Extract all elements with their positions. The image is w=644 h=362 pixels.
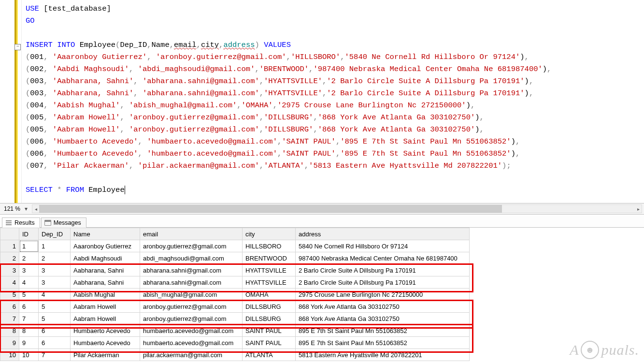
scroll-thumb[interactable]	[39, 205, 502, 213]
cell[interactable]: OMAHA	[243, 289, 296, 301]
cell[interactable]: Aabdi Maghsoudi	[71, 252, 140, 264]
cell[interactable]: pilar.ackaerman@gmail.com	[140, 349, 243, 361]
table-row[interactable]: 886Humbaerto Acevedohumbaerto.acevedo@gm…	[0, 325, 470, 337]
col-header-Name[interactable]: Name	[71, 228, 140, 240]
table-row[interactable]: 111Aaaronboy Gutierrezaronboy.gutierrez@…	[0, 240, 470, 252]
cell[interactable]: 8	[19, 325, 39, 337]
cell[interactable]: 2	[39, 252, 71, 264]
cell[interactable]: BRENTWOOD	[243, 252, 296, 264]
cell[interactable]: aronboy.gutierrez@gmail.com	[140, 313, 243, 325]
col-header-address[interactable]: address	[296, 228, 470, 240]
cell[interactable]: 3	[39, 264, 71, 276]
cell[interactable]: 868 York Ave Atlanta Ga 303102750	[296, 301, 470, 313]
cell[interactable]: 4	[39, 289, 71, 301]
cell[interactable]: DILLSBURG	[243, 313, 296, 325]
cell[interactable]: 7	[19, 313, 39, 325]
results-grid[interactable]: IDDep_IDNameemailcityaddress 111Aaaronbo…	[0, 228, 470, 361]
row-number[interactable]: 5	[0, 289, 19, 301]
horizontal-scrollbar[interactable]: ◂ ▸	[32, 204, 642, 213]
cell[interactable]: abharana.sahni@gmail.com	[140, 276, 243, 289]
cell[interactable]: 2 Barlo Circle Suite A Dillsburg Pa 1701…	[296, 276, 470, 289]
message-icon	[44, 219, 51, 226]
col-header-email[interactable]: email	[140, 228, 243, 240]
row-number[interactable]: 3	[0, 264, 19, 276]
cell[interactable]: Aabharana, Sahni	[71, 276, 140, 289]
row-number[interactable]: 10	[0, 349, 19, 361]
cell[interactable]: aronboy.gutierrez@gmail.com	[140, 240, 243, 252]
table-row[interactable]: 775Aabram Howellaronboy.gutierrez@gmail.…	[0, 313, 470, 325]
cell[interactable]: Humbaerto Acevedo	[71, 325, 140, 337]
table-row[interactable]: 222Aabdi Maghsoudiabdi_maghsoudi@gmail.c…	[0, 252, 470, 264]
cell[interactable]: 6	[39, 337, 71, 349]
cell[interactable]: SAINT PAUL	[243, 325, 296, 337]
row-number[interactable]: 6	[0, 301, 19, 313]
tab-messages[interactable]: Messages	[41, 217, 86, 228]
row-header-corner[interactable]	[0, 228, 19, 240]
scroll-right-icon[interactable]: ▸	[635, 205, 642, 213]
cell[interactable]: abharana.sahni@gmail.com	[140, 264, 243, 276]
cell[interactable]: HYATTSVILLE	[243, 264, 296, 276]
table-row[interactable]: 443Aabharana, Sahniabharana.sahni@gmail.…	[0, 276, 470, 289]
cell[interactable]: 2 Barlo Circle Suite A Dillsburg Pa 1701…	[296, 264, 470, 276]
cell[interactable]: aronboy.gutierrez@gmail.com	[140, 301, 243, 313]
cell[interactable]: abdi_maghsoudi@gmail.com	[140, 252, 243, 264]
cell[interactable]: 895 E 7th St Saint Paul Mn 551063852	[296, 325, 470, 337]
cell[interactable]: SAINT PAUL	[243, 337, 296, 349]
results-tabs: Results Messages	[0, 215, 644, 228]
cell[interactable]: Pilar Ackaerman	[71, 349, 140, 361]
cell[interactable]: 6	[39, 325, 71, 337]
cell[interactable]: 3	[19, 264, 39, 276]
table-row[interactable]: 10107Pilar Ackaermanpilar.ackaerman@gmai…	[0, 349, 470, 361]
row-number[interactable]: 7	[0, 313, 19, 325]
cell[interactable]: Aaaronboy Gutierrez	[71, 240, 140, 252]
table-row[interactable]: 996Humbaerto Acevedohumbaerto.acevedo@gm…	[0, 337, 470, 349]
table-row[interactable]: 665Aabram Howellaronboy.gutierrez@gmail.…	[0, 301, 470, 313]
cell[interactable]: Aabram Howell	[71, 301, 140, 313]
row-number[interactable]: 1	[0, 240, 19, 252]
cell[interactable]: 895 E 7th St Saint Paul Mn 551063852	[296, 337, 470, 349]
cell[interactable]: 2975 Crouse Lane Burlington Nc 272150000	[296, 289, 470, 301]
row-number[interactable]: 2	[0, 252, 19, 264]
scroll-left-icon[interactable]: ◂	[32, 205, 39, 213]
cell[interactable]: 5840 Ne Cornell Rd Hillsboro Or 97124	[296, 240, 470, 252]
selected-cell[interactable]: 1	[19, 240, 39, 252]
row-number[interactable]: 4	[0, 276, 19, 289]
cell[interactable]: 5813 Eastern Ave Hyattsville Md 20782220…	[296, 349, 470, 361]
cell[interactable]: 3	[39, 276, 71, 289]
cell[interactable]: 10	[19, 349, 39, 361]
cell[interactable]: 1	[39, 240, 71, 252]
cell[interactable]: 9	[19, 337, 39, 349]
cell[interactable]: DILLSBURG	[243, 301, 296, 313]
cell[interactable]: 5	[39, 313, 71, 325]
cell[interactable]: Aabram Howell	[71, 313, 140, 325]
cell[interactable]: 2	[19, 252, 39, 264]
cell[interactable]: HYATTSVILLE	[243, 276, 296, 289]
cell[interactable]: 7	[39, 349, 71, 361]
table-row[interactable]: 554Aabish Mughalabish_mughal@gmail.comOM…	[0, 289, 470, 301]
cell[interactable]: humbaerto.acevedo@gmail.com	[140, 337, 243, 349]
cell[interactable]: 868 York Ave Atlanta Ga 303102750	[296, 313, 470, 325]
row-number[interactable]: 9	[0, 337, 19, 349]
cell[interactable]: 5	[39, 301, 71, 313]
cell[interactable]: humbaerto.acevedo@gmail.com	[140, 325, 243, 337]
cell[interactable]: HILLSBORO	[243, 240, 296, 252]
cell[interactable]: Aabish Mughal	[71, 289, 140, 301]
cell[interactable]: 5	[19, 289, 39, 301]
col-header-city[interactable]: city	[243, 228, 296, 240]
tab-results[interactable]: Results	[2, 217, 40, 228]
cell[interactable]: ATLANTA	[243, 349, 296, 361]
cell[interactable]: Aabharana, Sahni	[71, 264, 140, 276]
cell[interactable]: 987400 Nebraska Medical Center Omaha Ne …	[296, 252, 470, 264]
cell[interactable]: abish_mughal@gmail.com	[140, 289, 243, 301]
sql-editor-pane[interactable]: − USE [test_database] GO INSERT INTO Emp…	[0, 0, 644, 203]
zoom-dropdown-icon[interactable]: ▾	[22, 205, 30, 212]
sql-code-area[interactable]: USE [test_database] GO INSERT INTO Emplo…	[22, 0, 644, 203]
col-header-ID[interactable]: ID	[19, 228, 39, 240]
cell[interactable]: Humbaerto Acevedo	[71, 337, 140, 349]
table-row[interactable]: 333Aabharana, Sahniabharana.sahni@gmail.…	[0, 264, 470, 276]
row-number[interactable]: 8	[0, 325, 19, 337]
cell[interactable]: 6	[19, 301, 39, 313]
col-header-Dep_ID[interactable]: Dep_ID	[39, 228, 71, 240]
cell[interactable]: 4	[19, 276, 39, 289]
code-fold-toggle[interactable]: −	[14, 44, 21, 50]
